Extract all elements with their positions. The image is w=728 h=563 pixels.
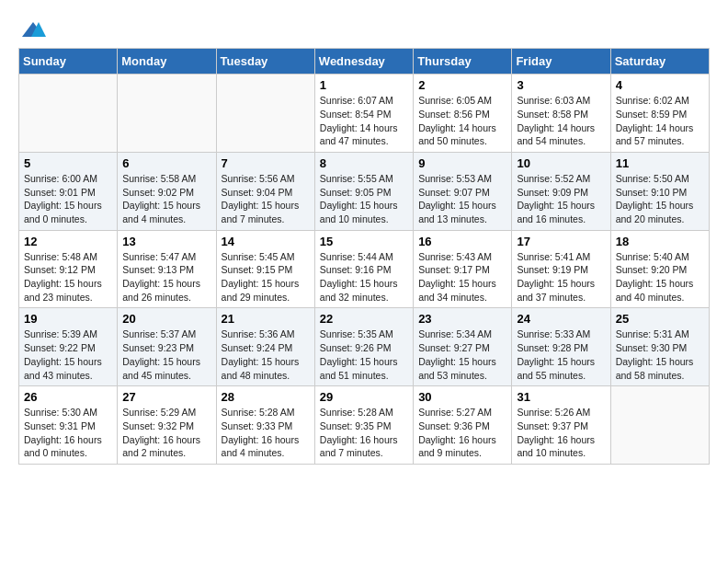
calendar-cell: 2Sunrise: 6:05 AM Sunset: 8:56 PM Daylig…	[414, 75, 512, 153]
calendar-cell: 5Sunrise: 6:00 AM Sunset: 9:01 PM Daylig…	[19, 152, 118, 230]
calendar-cell: 13Sunrise: 5:47 AM Sunset: 9:13 PM Dayli…	[118, 230, 216, 308]
calendar-cell: 30Sunrise: 5:27 AM Sunset: 9:36 PM Dayli…	[414, 386, 512, 465]
calendar-week-row: 1Sunrise: 6:07 AM Sunset: 8:54 PM Daylig…	[19, 75, 710, 153]
calendar-week-row: 12Sunrise: 5:48 AM Sunset: 9:12 PM Dayli…	[19, 230, 710, 308]
calendar-week-row: 5Sunrise: 6:00 AM Sunset: 9:01 PM Daylig…	[19, 152, 710, 230]
calendar-cell: 11Sunrise: 5:50 AM Sunset: 9:10 PM Dayli…	[610, 152, 709, 230]
calendar-cell: 12Sunrise: 5:48 AM Sunset: 9:12 PM Dayli…	[19, 230, 118, 308]
logo	[18, 18, 46, 39]
day-number: 10	[517, 156, 605, 170]
calendar-cell: 16Sunrise: 5:43 AM Sunset: 9:17 PM Dayli…	[414, 230, 512, 308]
day-number: 2	[418, 78, 506, 92]
day-info: Sunrise: 5:39 AM Sunset: 9:22 PM Dayligh…	[24, 327, 112, 382]
day-info: Sunrise: 6:07 AM Sunset: 8:54 PM Dayligh…	[320, 94, 408, 148]
day-number: 15	[320, 235, 408, 248]
calendar-cell: 28Sunrise: 5:28 AM Sunset: 9:33 PM Dayli…	[216, 386, 314, 465]
day-info: Sunrise: 5:26 AM Sunset: 9:37 PM Dayligh…	[517, 406, 605, 460]
day-info: Sunrise: 6:00 AM Sunset: 9:01 PM Dayligh…	[24, 172, 112, 226]
calendar-cell	[118, 75, 216, 153]
day-number: 26	[24, 390, 112, 404]
day-info: Sunrise: 5:40 AM Sunset: 9:20 PM Dayligh…	[616, 250, 704, 304]
calendar-cell: 8Sunrise: 5:55 AM Sunset: 9:05 PM Daylig…	[314, 152, 413, 230]
weekday-header-row: SundayMondayTuesdayWednesdayThursdayFrid…	[19, 49, 710, 75]
page-header	[18, 18, 710, 39]
day-info: Sunrise: 5:55 AM Sunset: 9:05 PM Dayligh…	[320, 172, 408, 226]
day-number: 9	[418, 156, 506, 170]
day-info: Sunrise: 5:31 AM Sunset: 9:30 PM Dayligh…	[616, 327, 704, 382]
day-number: 12	[24, 235, 112, 248]
day-info: Sunrise: 5:47 AM Sunset: 9:13 PM Dayligh…	[122, 250, 210, 304]
day-number: 29	[320, 390, 408, 404]
day-number: 31	[517, 390, 605, 404]
calendar-cell: 3Sunrise: 6:03 AM Sunset: 8:58 PM Daylig…	[512, 75, 610, 153]
calendar-cell	[19, 75, 118, 153]
weekday-header: Monday	[118, 49, 216, 75]
day-number: 8	[320, 156, 408, 170]
day-number: 3	[517, 78, 605, 92]
calendar-cell: 15Sunrise: 5:44 AM Sunset: 9:16 PM Dayli…	[314, 230, 413, 308]
day-info: Sunrise: 5:50 AM Sunset: 9:10 PM Dayligh…	[616, 172, 704, 226]
day-number: 13	[122, 235, 210, 248]
day-number: 18	[616, 235, 704, 248]
day-number: 6	[122, 156, 210, 170]
day-info: Sunrise: 5:48 AM Sunset: 9:12 PM Dayligh…	[24, 250, 112, 304]
day-number: 27	[122, 390, 210, 404]
day-number: 30	[418, 390, 506, 404]
weekday-header: Sunday	[19, 49, 118, 75]
day-info: Sunrise: 5:36 AM Sunset: 9:24 PM Dayligh…	[222, 327, 310, 382]
calendar-cell: 17Sunrise: 5:41 AM Sunset: 9:19 PM Dayli…	[512, 230, 610, 308]
day-info: Sunrise: 5:28 AM Sunset: 9:35 PM Dayligh…	[320, 406, 408, 460]
day-info: Sunrise: 5:33 AM Sunset: 9:28 PM Dayligh…	[517, 327, 605, 382]
day-info: Sunrise: 5:44 AM Sunset: 9:16 PM Dayligh…	[320, 250, 408, 304]
day-number: 22	[320, 312, 408, 326]
calendar-cell: 29Sunrise: 5:28 AM Sunset: 9:35 PM Dayli…	[314, 386, 413, 465]
calendar-cell	[610, 386, 709, 465]
day-number: 5	[24, 156, 112, 170]
day-number: 4	[616, 78, 704, 92]
calendar-week-row: 26Sunrise: 5:30 AM Sunset: 9:31 PM Dayli…	[19, 386, 710, 465]
calendar-cell: 21Sunrise: 5:36 AM Sunset: 9:24 PM Dayli…	[216, 308, 314, 386]
calendar-cell: 14Sunrise: 5:45 AM Sunset: 9:15 PM Dayli…	[216, 230, 314, 308]
calendar-cell: 24Sunrise: 5:33 AM Sunset: 9:28 PM Dayli…	[512, 308, 610, 386]
calendar-cell: 23Sunrise: 5:34 AM Sunset: 9:27 PM Dayli…	[414, 308, 512, 386]
day-info: Sunrise: 5:53 AM Sunset: 9:07 PM Dayligh…	[418, 172, 506, 226]
calendar-cell: 19Sunrise: 5:39 AM Sunset: 9:22 PM Dayli…	[19, 308, 118, 386]
day-number: 1	[320, 78, 408, 92]
day-info: Sunrise: 5:27 AM Sunset: 9:36 PM Dayligh…	[418, 406, 506, 460]
day-info: Sunrise: 6:05 AM Sunset: 8:56 PM Dayligh…	[418, 94, 506, 148]
calendar-cell: 18Sunrise: 5:40 AM Sunset: 9:20 PM Dayli…	[610, 230, 709, 308]
weekday-header: Tuesday	[216, 49, 314, 75]
day-info: Sunrise: 5:35 AM Sunset: 9:26 PM Dayligh…	[320, 327, 408, 382]
day-info: Sunrise: 5:43 AM Sunset: 9:17 PM Dayligh…	[418, 250, 506, 304]
calendar-week-row: 19Sunrise: 5:39 AM Sunset: 9:22 PM Dayli…	[19, 308, 710, 386]
weekday-header: Saturday	[610, 49, 709, 75]
day-info: Sunrise: 5:37 AM Sunset: 9:23 PM Dayligh…	[122, 327, 210, 382]
calendar-cell: 22Sunrise: 5:35 AM Sunset: 9:26 PM Dayli…	[314, 308, 413, 386]
day-number: 7	[222, 156, 310, 170]
calendar-cell: 26Sunrise: 5:30 AM Sunset: 9:31 PM Dayli…	[19, 386, 118, 465]
calendar-cell: 25Sunrise: 5:31 AM Sunset: 9:30 PM Dayli…	[610, 308, 709, 386]
day-number: 19	[24, 312, 112, 326]
day-info: Sunrise: 5:30 AM Sunset: 9:31 PM Dayligh…	[24, 406, 112, 460]
day-number: 16	[418, 235, 506, 248]
day-info: Sunrise: 5:29 AM Sunset: 9:32 PM Dayligh…	[122, 406, 210, 460]
calendar-table: SundayMondayTuesdayWednesdayThursdayFrid…	[18, 48, 710, 465]
day-info: Sunrise: 5:34 AM Sunset: 9:27 PM Dayligh…	[418, 327, 506, 382]
day-info: Sunrise: 6:02 AM Sunset: 8:59 PM Dayligh…	[616, 94, 704, 148]
calendar-cell	[216, 75, 314, 153]
weekday-header: Wednesday	[314, 49, 413, 75]
day-number: 28	[222, 390, 310, 404]
calendar-cell: 4Sunrise: 6:02 AM Sunset: 8:59 PM Daylig…	[610, 75, 709, 153]
calendar-cell: 9Sunrise: 5:53 AM Sunset: 9:07 PM Daylig…	[414, 152, 512, 230]
day-info: Sunrise: 5:41 AM Sunset: 9:19 PM Dayligh…	[517, 250, 605, 304]
day-info: Sunrise: 5:45 AM Sunset: 9:15 PM Dayligh…	[222, 250, 310, 304]
calendar-cell: 6Sunrise: 5:58 AM Sunset: 9:02 PM Daylig…	[118, 152, 216, 230]
calendar-cell: 10Sunrise: 5:52 AM Sunset: 9:09 PM Dayli…	[512, 152, 610, 230]
day-number: 25	[616, 312, 704, 326]
day-number: 21	[222, 312, 310, 326]
day-number: 14	[222, 235, 310, 248]
day-info: Sunrise: 5:52 AM Sunset: 9:09 PM Dayligh…	[517, 172, 605, 226]
weekday-header: Thursday	[414, 49, 512, 75]
day-info: Sunrise: 5:56 AM Sunset: 9:04 PM Dayligh…	[222, 172, 310, 226]
day-number: 24	[517, 312, 605, 326]
